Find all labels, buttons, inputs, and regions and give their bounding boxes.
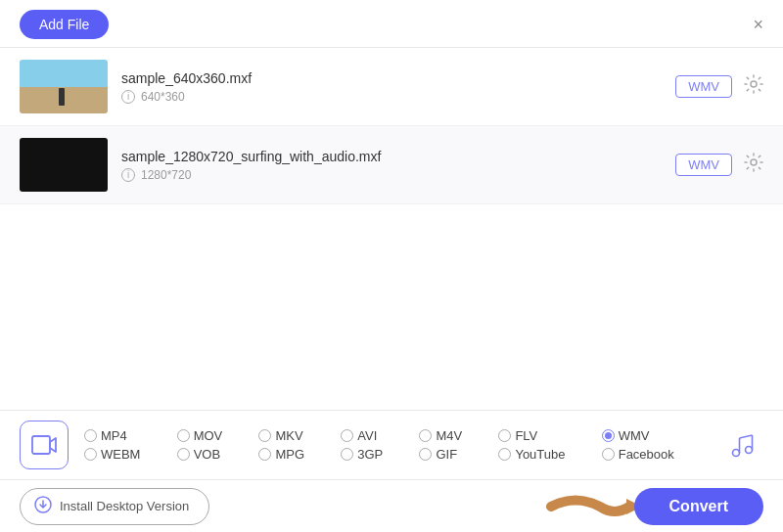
radio-mp4[interactable]: [84, 429, 97, 442]
format-option-m4v[interactable]: M4V: [419, 428, 481, 443]
format-option-wmv[interactable]: WMV: [602, 428, 693, 443]
svg-point-4: [746, 447, 753, 454]
svg-point-3: [733, 450, 740, 457]
file-actions: WMV: [675, 74, 763, 99]
file-item: sample_1280x720_surfing_with_audio.mxf i…: [0, 126, 783, 204]
file-actions: WMV: [675, 153, 763, 177]
format-label-gif: GIF: [436, 447, 457, 462]
file-item: sample_640x360.mxf i 640*360 WMV: [0, 48, 783, 126]
format-label-3gp: 3GP: [357, 447, 383, 462]
format-option-3gp[interactable]: 3GP: [341, 447, 401, 462]
format-label-mpg: MPG: [275, 447, 304, 462]
svg-point-1: [751, 159, 757, 165]
info-icon[interactable]: i: [121, 90, 135, 104]
video-icon: [30, 431, 58, 459]
format-label-m4v: M4V: [436, 428, 462, 443]
format-label-facebook: Facebook: [619, 447, 674, 462]
settings-button[interactable]: [744, 153, 763, 177]
format-label-youtube: YouTube: [515, 447, 565, 462]
format-label-wmv: WMV: [619, 428, 650, 443]
format-options: MP4 MOV MKV AVI M4V FLV WMV WEBM: [84, 428, 711, 462]
settings-button[interactable]: [744, 74, 763, 99]
format-label-mp4: MP4: [101, 428, 127, 443]
radio-vob[interactable]: [177, 448, 190, 461]
radio-facebook[interactable]: [602, 448, 615, 461]
video-format-icon-wrapper: [20, 421, 69, 469]
radio-m4v[interactable]: [419, 429, 432, 442]
format-label-mov: MOV: [194, 428, 223, 443]
format-label-flv: FLV: [515, 428, 537, 443]
download-icon: [34, 496, 52, 517]
svg-line-7: [740, 435, 753, 438]
install-button[interactable]: Install Desktop Version: [20, 488, 209, 525]
format-option-webm[interactable]: WEBM: [84, 447, 160, 462]
format-option-flv[interactable]: FLV: [498, 428, 583, 443]
format-option-facebook[interactable]: Facebook: [602, 447, 693, 462]
format-option-mov[interactable]: MOV: [177, 428, 242, 443]
file-info: sample_1280x720_surfing_with_audio.mxf i…: [121, 149, 675, 182]
radio-mkv[interactable]: [258, 429, 271, 442]
file-name: sample_640x360.mxf: [121, 70, 675, 86]
install-label: Install Desktop Version: [60, 499, 189, 513]
file-resolution: 640*360: [141, 90, 185, 104]
format-option-gif[interactable]: GIF: [419, 447, 481, 462]
gear-icon: [744, 153, 763, 172]
download-svg: [34, 496, 52, 513]
footer: Install Desktop Version Convert: [0, 479, 783, 532]
radio-3gp[interactable]: [341, 448, 353, 461]
audio-format-icon-wrapper[interactable]: [720, 423, 763, 466]
file-name: sample_1280x720_surfing_with_audio.mxf: [121, 149, 675, 164]
info-icon[interactable]: i: [121, 168, 135, 182]
convert-button[interactable]: Convert: [634, 488, 763, 525]
format-option-mpg[interactable]: MPG: [258, 447, 323, 462]
file-meta: i 640*360: [121, 90, 675, 104]
gear-icon: [744, 74, 763, 94]
format-label-webm: WEBM: [101, 447, 140, 462]
close-button[interactable]: ×: [753, 16, 763, 33]
radio-wmv[interactable]: [602, 429, 615, 442]
format-option-avi[interactable]: AVI: [341, 428, 401, 443]
svg-point-0: [751, 81, 757, 87]
add-file-button[interactable]: Add File: [20, 10, 109, 39]
format-option-vob[interactable]: VOB: [177, 447, 242, 462]
format-option-mkv[interactable]: MKV: [258, 428, 323, 443]
radio-flv[interactable]: [498, 429, 511, 442]
svg-rect-2: [32, 436, 50, 454]
file-list: sample_640x360.mxf i 640*360 WMV sample_…: [0, 48, 783, 204]
file-thumbnail: [20, 138, 108, 192]
file-info: sample_640x360.mxf i 640*360: [121, 70, 675, 104]
header: Add File ×: [0, 0, 783, 48]
format-badge[interactable]: WMV: [675, 75, 732, 98]
radio-webm[interactable]: [84, 448, 97, 461]
radio-gif[interactable]: [419, 448, 432, 461]
file-thumbnail: [20, 60, 108, 113]
format-label-vob: VOB: [194, 447, 220, 462]
format-label-avi: AVI: [357, 428, 377, 443]
file-resolution: 1280*720: [141, 168, 191, 182]
radio-avi[interactable]: [341, 429, 353, 442]
format-label-mkv: MKV: [275, 428, 302, 443]
arrow-decoration: [546, 489, 644, 524]
file-meta: i 1280*720: [121, 168, 675, 182]
format-option-mp4[interactable]: MP4: [84, 428, 160, 443]
format-bar: MP4 MOV MKV AVI M4V FLV WMV WEBM: [0, 410, 783, 479]
format-option-youtube[interactable]: YouTube: [498, 447, 583, 462]
format-badge[interactable]: WMV: [675, 154, 732, 176]
radio-mpg[interactable]: [258, 448, 271, 461]
radio-youtube[interactable]: [498, 448, 511, 461]
music-icon: [728, 431, 756, 459]
radio-mov[interactable]: [177, 429, 190, 442]
convert-wrapper: Convert: [546, 488, 763, 525]
